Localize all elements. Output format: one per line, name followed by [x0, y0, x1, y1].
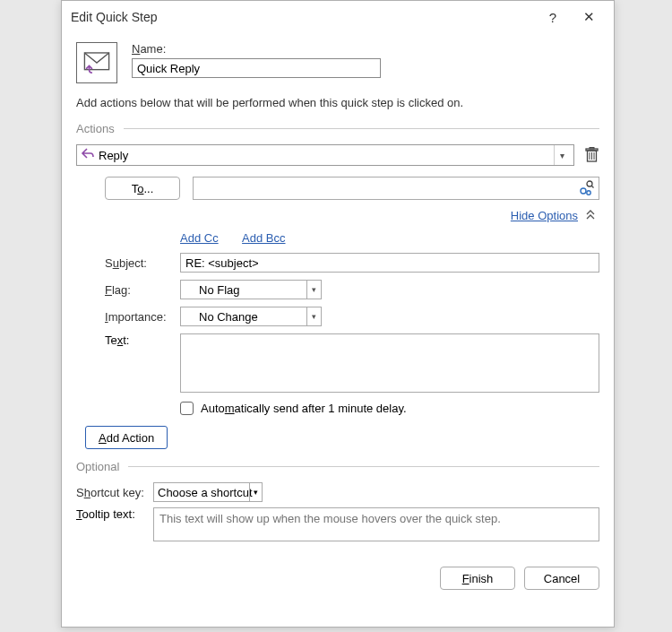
- dialog-content: Name: Add actions below that will be per…: [62, 33, 614, 602]
- add-action-button[interactable]: Add Action: [85, 426, 168, 449]
- help-button[interactable]: ?: [535, 4, 571, 30]
- title-bar: Edit Quick Step ? ✕: [62, 1, 614, 33]
- svg-point-7: [581, 188, 586, 194]
- shortcut-label: Shortcut key:: [76, 486, 153, 499]
- edit-quick-step-dialog: Edit Quick Step ? ✕ Name: Add actions be…: [61, 0, 615, 628]
- people-picker-icon[interactable]: [577, 179, 595, 197]
- reply-icon: [81, 147, 95, 163]
- tooltip-input[interactable]: [153, 507, 599, 541]
- delete-action-button[interactable]: [583, 146, 599, 164]
- actions-section-header: Actions: [76, 122, 599, 135]
- text-input[interactable]: [180, 333, 599, 393]
- name-input[interactable]: [132, 58, 381, 78]
- auto-send-checkbox[interactable]: [180, 402, 194, 415]
- to-button[interactable]: To...: [105, 177, 180, 200]
- svg-line-10: [591, 186, 594, 188]
- flag-select[interactable]: No Flag ▾: [180, 280, 322, 299]
- description-text: Add actions below that will be performed…: [76, 96, 599, 109]
- quick-step-icon[interactable]: [76, 42, 117, 83]
- chevron-down-icon: ▾: [554, 145, 570, 165]
- importance-label: Importance:: [105, 310, 180, 324]
- add-bcc-link[interactable]: Add Bcc: [242, 231, 285, 245]
- finish-button[interactable]: Finish: [440, 567, 515, 590]
- chevron-down-icon: ▾: [306, 281, 321, 299]
- optional-section-header: Optional: [76, 460, 599, 473]
- chevron-down-icon: ▾: [249, 483, 262, 501]
- subject-label: Subject:: [105, 256, 180, 270]
- flag-label: Flag:: [105, 283, 180, 297]
- to-input[interactable]: [193, 177, 599, 200]
- collapse-icon[interactable]: [585, 210, 596, 222]
- cancel-button[interactable]: Cancel: [524, 567, 599, 590]
- svg-point-8: [587, 191, 590, 195]
- tooltip-label: Tooltip text:: [76, 507, 153, 521]
- auto-send-label: Automatically send after 1 minute delay.: [201, 402, 407, 415]
- hide-options-link[interactable]: Hide Options: [511, 209, 578, 222]
- subject-input[interactable]: [180, 253, 599, 273]
- text-label: Text:: [105, 333, 180, 347]
- close-button[interactable]: ✕: [571, 4, 607, 30]
- add-cc-link[interactable]: Add Cc: [180, 231, 219, 245]
- dialog-title: Edit Quick Step: [69, 10, 535, 24]
- name-label: Name:: [132, 42, 599, 56]
- svg-rect-6: [590, 148, 594, 150]
- action-type-select[interactable]: Reply ▾: [76, 144, 574, 166]
- importance-select[interactable]: No Change ▾: [180, 307, 322, 326]
- chevron-down-icon: ▾: [306, 307, 321, 325]
- shortcut-select[interactable]: Choose a shortcut ▾: [153, 482, 263, 502]
